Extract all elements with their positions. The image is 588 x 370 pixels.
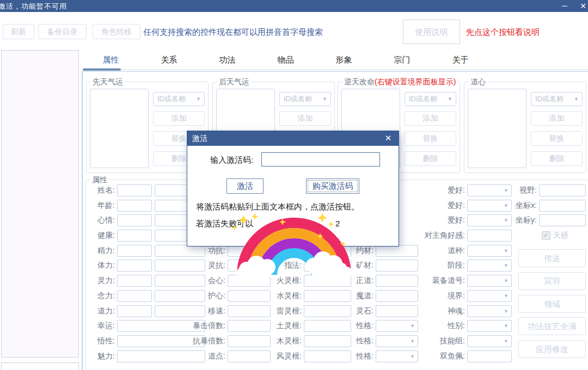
field-input[interactable]	[539, 200, 586, 212]
field-dropdown[interactable]	[467, 275, 512, 287]
minimize-icon[interactable]: ─	[558, 0, 572, 12]
add-button[interactable]: 添加	[405, 111, 456, 126]
tab-item[interactable]: 物品	[256, 52, 315, 70]
id-or-name-dropdown[interactable]: ID或名称	[405, 92, 456, 106]
tab-item[interactable]: 关于	[431, 52, 489, 70]
field-dropdown[interactable]	[467, 335, 512, 347]
field-label: 爱好:	[448, 215, 465, 225]
tab-item[interactable]: 形象	[315, 52, 373, 70]
tab-item[interactable]: 宗门	[373, 52, 431, 70]
field-row: 悟性:	[84, 335, 205, 347]
field-input[interactable]	[117, 245, 152, 257]
replace-button[interactable]: 替换	[405, 131, 456, 146]
tab-item[interactable]: 功法	[198, 52, 256, 70]
tab-item[interactable]: 关系	[140, 52, 198, 70]
field-input[interactable]	[539, 214, 586, 226]
buy-code-button[interactable]: 购买激活码	[306, 178, 359, 194]
field-row: 神魂:	[404, 305, 512, 317]
luck-listbox[interactable]	[90, 89, 149, 168]
field-row: 道种:	[404, 245, 512, 257]
field-label: 年龄:	[97, 201, 115, 211]
field-input[interactable]	[539, 184, 586, 196]
field-input[interactable]	[117, 184, 152, 196]
groupbox-title: 先天气运	[91, 77, 125, 87]
backup-dir-button[interactable]: 备份目录	[38, 24, 87, 39]
luck-listbox[interactable]	[468, 89, 526, 168]
field-dropdown[interactable]	[467, 305, 512, 317]
window-title: 激活，功能暂不可用	[0, 2, 67, 11]
dialog-close-icon[interactable]: ✕	[383, 133, 393, 143]
activation-code-label: 输入激活码:	[210, 155, 253, 165]
field-label: 心情:	[97, 215, 115, 225]
tab-item[interactable]: 属性	[82, 52, 140, 70]
remove-button[interactable]: 删除	[405, 151, 456, 166]
add-button[interactable]: 添加	[279, 111, 331, 126]
field-label: 性格:	[356, 321, 373, 331]
action-button[interactable]: 应用修改	[518, 340, 586, 358]
dialog-titlebar: 激活 ✕	[187, 131, 399, 146]
field-row: 灵力:	[84, 275, 205, 287]
field-dropdown[interactable]	[467, 245, 512, 257]
field-label: 性格:	[356, 351, 373, 361]
field-row: 精力:	[84, 245, 205, 257]
id-or-name-dropdown[interactable]: ID或名称	[153, 92, 205, 106]
field-dropdown[interactable]	[467, 260, 512, 272]
field-dropdown[interactable]	[467, 290, 512, 302]
field-label: 精力:	[97, 246, 115, 256]
action-button[interactable]: 领域	[518, 295, 586, 313]
field-row: 技能组:	[404, 335, 512, 347]
checkbox-label: 天骄	[553, 231, 568, 240]
manual-button[interactable]: 使用说明	[403, 20, 460, 44]
field-row: 坐标x:	[492, 200, 586, 212]
field-label: 性别:	[448, 321, 465, 331]
left-bottom-box[interactable]	[1, 362, 79, 370]
add-button[interactable]: 添加	[153, 111, 205, 126]
field-row: 阶段:	[404, 260, 512, 272]
field-label: 暴击倍数:	[193, 321, 225, 331]
field-label: 道种:	[448, 246, 465, 256]
field-input[interactable]	[117, 275, 152, 287]
field-label: 木灵根:	[277, 336, 302, 346]
refresh-button[interactable]: 刷新	[3, 24, 34, 39]
field-input[interactable]	[467, 350, 512, 362]
field-label: 性格:	[356, 336, 373, 346]
activate-button[interactable]: 激活	[226, 178, 264, 194]
field-row: 装备道号:	[404, 275, 512, 287]
field-label: 移速:	[208, 306, 225, 316]
field-label: 灵力:	[97, 276, 115, 286]
field-input[interactable]	[117, 214, 152, 226]
remove-button[interactable]: 删除	[531, 151, 583, 166]
id-or-name-dropdown[interactable]: ID或名称	[531, 92, 583, 106]
field-row: 境界:	[404, 290, 512, 302]
id-or-name-dropdown[interactable]: ID或名称	[279, 92, 331, 106]
tianjiao-checkbox[interactable]: ✓ 天骄	[542, 231, 568, 240]
activation-code-input[interactable]	[261, 152, 380, 166]
field-label: 约材:	[356, 246, 373, 256]
manual-hint-text: 先点这个按钮看说明	[466, 27, 540, 38]
dialog-note-2-fragment: 2	[335, 219, 340, 228]
field-row: 幸运:	[84, 320, 205, 332]
close-icon[interactable]: ✕	[576, 0, 588, 12]
add-button[interactable]: 添加	[531, 111, 583, 126]
field-label: 水灵根:	[277, 291, 302, 301]
field-label: 掌法:	[284, 246, 302, 256]
field-row: 道力:	[84, 305, 205, 317]
field-input[interactable]	[117, 260, 152, 272]
field-input[interactable]	[117, 200, 152, 212]
field-label: 灵石:	[356, 306, 373, 316]
field-label: 装备道号:	[432, 276, 465, 286]
field-input[interactable]	[467, 230, 512, 242]
field-dropdown[interactable]	[467, 320, 512, 332]
field-input[interactable]	[117, 305, 152, 317]
replace-button[interactable]: 替换	[531, 131, 583, 146]
action-button[interactable]: 功法技艺全满	[518, 317, 586, 335]
action-button[interactable]: 冥羽	[518, 272, 586, 290]
action-button[interactable]: 传送	[518, 249, 586, 267]
field-row: 性别:	[404, 320, 512, 332]
field-label: 健康:	[97, 231, 115, 240]
field-input[interactable]	[117, 230, 152, 242]
character-list[interactable]	[1, 50, 79, 357]
field-input[interactable]	[117, 290, 152, 302]
field-label: 道力:	[97, 306, 115, 316]
role-transfer-button[interactable]: 角色转移	[93, 24, 140, 39]
